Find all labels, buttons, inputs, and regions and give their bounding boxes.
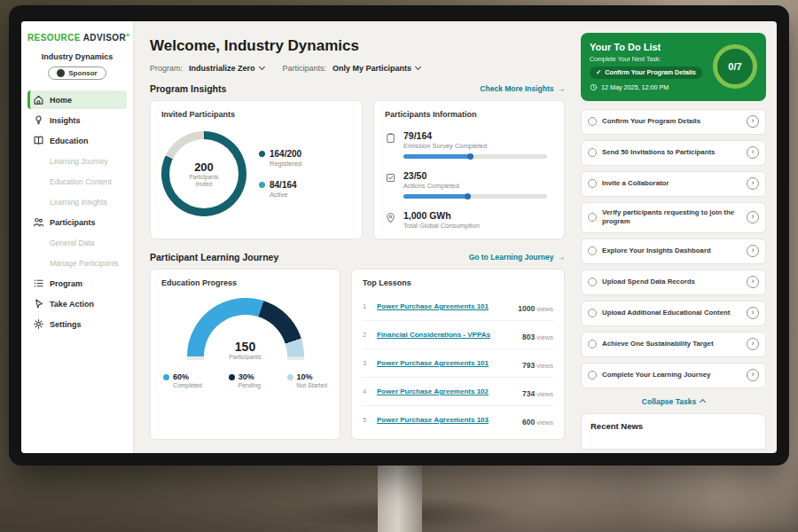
task-label: Upload Spend Data Records <box>602 278 741 286</box>
chevron-right-icon[interactable]: › <box>747 245 759 257</box>
sidebar-item-home[interactable]: Home <box>27 90 127 109</box>
task-label: Explore Your Insights Dashboard <box>602 246 741 255</box>
task-label: Upload Additional Educational Content <box>602 309 741 317</box>
todo-panel: Your To Do List Complete Your Next Task:… <box>576 21 777 453</box>
arrow-right-icon: → <box>558 253 566 262</box>
task-checkbox[interactable] <box>588 117 597 126</box>
sidebar-item-participants[interactable]: Participants <box>27 213 127 231</box>
sidebar-item-general-data[interactable]: General Data <box>27 233 127 252</box>
lesson-views-unit: views <box>536 419 553 426</box>
chevron-right-icon[interactable]: › <box>747 115 759 128</box>
task-checkbox[interactable] <box>588 371 597 379</box>
task-row-upload-spend-data[interactable]: Upload Spend Data Records › <box>581 270 766 295</box>
task-checkbox[interactable] <box>588 340 597 348</box>
go-to-learning-journey-label: Go to Learning Journey <box>469 253 554 262</box>
app-window: RESOURCE ADVISOR+ Industry Dynamics Spon… <box>21 21 777 453</box>
nav-label-home: Home <box>50 96 72 105</box>
todo-due: 12 May 2025, 12:00 PM <box>590 83 702 91</box>
sidebar-item-take-action[interactable]: Take Action <box>27 294 127 313</box>
sidebar-item-manage-participants[interactable]: Manage Participants <box>27 254 127 272</box>
nav-label-learning-journey: Learning Journey <box>50 157 108 166</box>
emission-survey-label: Emission Survey Completed <box>403 142 553 150</box>
task-row-explore-insights[interactable]: Explore Your Insights Dashboard › <box>581 239 766 264</box>
program-dropdown[interactable]: Industrialize Zero <box>189 64 264 73</box>
task-row-verify-participants[interactable]: Verify participants requesting to join t… <box>581 202 766 233</box>
task-checkbox[interactable] <box>588 148 597 157</box>
sidebar-item-learning-journey[interactable]: Learning Journey <box>27 152 127 170</box>
lesson-link[interactable]: Power Purchase Agreements 101 <box>377 302 511 310</box>
chevron-right-icon[interactable]: › <box>747 177 759 190</box>
lesson-link[interactable]: Power Purchase Agreements 103 <box>377 416 515 424</box>
recent-news-title: Recent News <box>591 421 756 431</box>
check-icon: ✓ <box>596 68 601 76</box>
page-title: Welcome, Industry Dynamics <box>150 37 565 55</box>
lightbulb-icon <box>33 114 44 126</box>
task-checkbox[interactable] <box>588 213 597 222</box>
chevron-right-icon[interactable]: › <box>747 276 759 288</box>
chevron-right-icon[interactable]: › <box>747 146 759 159</box>
chevron-right-icon[interactable]: › <box>747 338 759 350</box>
brand-logo: RESOURCE ADVISOR+ <box>27 32 127 43</box>
brand-name-advisor: ADVISOR+ <box>83 33 130 43</box>
lesson-rank: 3 <box>363 359 370 367</box>
participants-dropdown[interactable]: Only My Participants <box>332 64 420 73</box>
check-more-insights-link[interactable]: Check More Insights → <box>480 84 565 93</box>
task-checkbox[interactable] <box>588 309 597 317</box>
people-icon <box>33 216 44 228</box>
sidebar-item-education-content[interactable]: Education Content <box>27 172 127 191</box>
participants-dropdown-value: Only My Participants <box>332 64 411 73</box>
lesson-views: 1000views <box>518 299 553 315</box>
task-checkbox[interactable] <box>588 179 597 188</box>
invited-donut-wrap: 200 Participants Invited 164/200 Registe… <box>161 131 351 216</box>
org-name: Industry Dynamics <box>27 52 127 61</box>
participants-filter-label: Participants: <box>283 64 327 73</box>
active-label: Active <box>270 191 297 199</box>
sidebar-item-program[interactable]: Program <box>27 274 127 293</box>
legend-item-active: 84/164 Active <box>259 180 301 199</box>
chevron-right-icon[interactable]: › <box>747 307 759 319</box>
education-progress-card: Education Progress 150 Participants <box>150 269 340 440</box>
task-row-send-invitations[interactable]: Send 50 Invitations to Participants › <box>581 140 766 166</box>
sidebar-item-learning-insights[interactable]: Learning Insights <box>27 192 127 211</box>
sidebar-item-education[interactable]: Education <box>27 131 127 150</box>
pending-dot <box>229 374 235 380</box>
task-row-achieve-target[interactable]: Achieve One Sustainability Target › <box>581 332 766 357</box>
program-insights-title: Program Insights <box>150 83 226 94</box>
lesson-rank: 5 <box>363 416 370 424</box>
task-checkbox[interactable] <box>588 278 597 286</box>
sidebar-item-settings[interactable]: Settings <box>27 315 127 333</box>
go-to-learning-journey-link[interactable]: Go to Learning Journey → <box>469 253 565 262</box>
lesson-views-count: 803 <box>522 332 535 341</box>
chevron-right-icon[interactable]: › <box>747 211 759 223</box>
invited-center-value: 200 <box>194 160 214 174</box>
task-row-upload-educational-content[interactable]: Upload Additional Educational Content › <box>581 301 766 326</box>
lesson-link[interactable]: Power Purchase Agreements 102 <box>377 387 515 395</box>
nav-label-take-action: Take Action <box>50 300 94 309</box>
map-pin-icon <box>385 211 396 223</box>
actions-progress-fill <box>403 194 470 199</box>
lesson-views: 734views <box>522 384 553 400</box>
chevron-right-icon[interactable]: › <box>747 369 759 381</box>
task-checkbox[interactable] <box>588 246 597 255</box>
education-gauge-wrap: 150 Participants <box>187 298 304 360</box>
task-label: Complete Your Learning Journey <box>602 371 741 379</box>
task-label: Achieve One Sustainability Target <box>602 340 741 348</box>
todo-task-list: Confirm Your Program Details › Send 50 I… <box>581 109 766 394</box>
brand-name-advisor-text: ADVISOR <box>83 33 126 43</box>
lesson-link[interactable]: Financial Considerations - VPPAs <box>377 331 515 339</box>
todo-progress-text: 0/7 <box>728 61 741 72</box>
task-label: Invite a Collaborator <box>602 179 741 188</box>
collapse-tasks-link[interactable]: Collapse Tasks <box>581 397 766 406</box>
task-row-confirm-program[interactable]: Confirm Your Program Details › <box>581 109 766 135</box>
learning-cards-row: Education Progress 150 Participants <box>150 269 565 440</box>
task-row-invite-collaborator[interactable]: Invite a Collaborator › <box>581 171 766 197</box>
lesson-row: 3 Power Purchase Agreements 101 793views <box>363 349 553 378</box>
not-started-value: 10% <box>297 372 327 381</box>
task-row-complete-learning-journey[interactable]: Complete Your Learning Journey › <box>581 363 766 388</box>
lesson-link[interactable]: Power Purchase Agreements 101 <box>377 359 515 367</box>
list-icon <box>33 278 44 289</box>
completed-dot <box>163 374 169 380</box>
sidebar-item-insights[interactable]: Insights <box>27 111 127 129</box>
education-center-value: 150 <box>187 340 304 354</box>
clipboard-icon <box>385 131 396 143</box>
